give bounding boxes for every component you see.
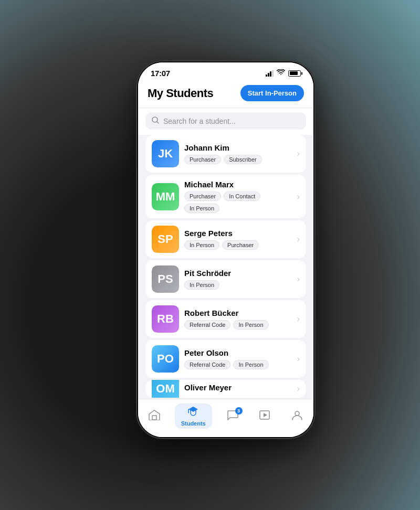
tab-bar: Students 3 [138, 399, 313, 437]
messages-badge-wrapper: 3 [227, 410, 238, 423]
play-icon [259, 410, 270, 423]
svg-marker-3 [264, 413, 267, 417]
chevron-icon-7: › [297, 384, 300, 394]
student-info-2: Michael Marx Purchaser In Contact In Per… [184, 180, 292, 213]
status-bar: 17:07 [138, 62, 313, 81]
status-time: 17:07 [151, 69, 170, 78]
student-avatar-1: JK [152, 140, 179, 167]
avatar-initials-1: JK [152, 140, 179, 167]
wifi-icon [277, 69, 285, 77]
student-card-4[interactable]: PS Pit Schröder In Person › [145, 260, 306, 298]
student-name-5: Robert Bücker [184, 309, 292, 317]
student-tags-4: In Person [184, 280, 292, 290]
chevron-icon-3: › [297, 235, 300, 244]
student-card-7[interactable]: OM Oliver Meyer › [145, 380, 306, 398]
tab-play[interactable] [253, 408, 277, 425]
tab-messages[interactable]: 3 [220, 408, 245, 425]
chevron-icon-2: › [297, 192, 300, 201]
student-card-3[interactable]: SP Serge Peters In Person Purchaser › [145, 220, 306, 258]
student-tags-3: In Person Purchaser [184, 240, 292, 250]
messages-badge-count: 3 [235, 407, 243, 415]
tag-inperson-6: In Person [233, 360, 268, 369]
app-title: My Students [148, 87, 213, 100]
student-card-2[interactable]: MM Michael Marx Purchaser In Contact In … [145, 175, 306, 218]
students-icon [187, 406, 199, 419]
avatar-initials-7: OM [152, 380, 179, 398]
chevron-icon-6: › [297, 354, 300, 364]
student-avatar-2: MM [152, 183, 179, 210]
status-icons [266, 69, 301, 77]
student-name-7: Oliver Meyer [184, 383, 292, 392]
avatar-initials-3: SP [152, 226, 179, 253]
student-avatar-3: SP [152, 226, 179, 253]
tab-profile[interactable] [285, 408, 309, 425]
phone-wrapper: 17:07 [136, 61, 315, 439]
tag-purchaser-2: Purchaser [184, 192, 221, 201]
home-icon [149, 410, 160, 423]
student-info-1: Johann Kim Purchaser Subscriber [184, 143, 292, 164]
battery-icon [288, 70, 301, 77]
tab-students-label: Students [181, 420, 206, 427]
student-card-5[interactable]: RB Robert Bücker Referral Code In Person… [145, 300, 306, 338]
student-tags-1: Purchaser Subscriber [184, 155, 292, 164]
student-card-1[interactable]: JK Johann Kim Purchaser Subscriber › [145, 135, 306, 173]
search-bar[interactable]: Search for a student... [145, 112, 306, 130]
tag-inperson-4: In Person [184, 280, 219, 290]
student-name-4: Pit Schröder [184, 269, 292, 278]
svg-point-4 [295, 411, 299, 416]
search-icon [152, 116, 159, 125]
student-name-3: Serge Peters [184, 229, 292, 238]
profile-icon [291, 410, 303, 423]
student-info-5: Robert Bücker Referral Code In Person [184, 309, 292, 330]
svg-rect-1 [152, 416, 156, 420]
student-info-4: Pit Schröder In Person [184, 269, 292, 290]
tag-subscriber: Subscriber [224, 155, 262, 164]
student-avatar-7: OM [152, 380, 179, 398]
start-inperson-button[interactable]: Start In-Person [240, 85, 304, 101]
student-avatar-4: PS [152, 265, 179, 293]
search-placeholder-text: Search for a student... [163, 117, 236, 125]
app-header: My Students Start In-Person [138, 81, 313, 108]
student-tags-2: Purchaser In Contact In Person [184, 192, 292, 213]
tag-referralcode-6: Referral Code [184, 360, 230, 369]
avatar-initials-6: PO [152, 345, 179, 373]
tag-referralcode-5: Referral Code [184, 320, 230, 330]
chevron-icon-1: › [297, 149, 300, 158]
tag-purchaser: Purchaser [184, 155, 221, 164]
chevron-icon-4: › [297, 274, 300, 284]
avatar-initials-2: MM [152, 183, 179, 210]
avatar-initials-5: RB [152, 305, 179, 333]
student-tags-6: Referral Code In Person [184, 360, 292, 369]
tag-inperson-5: In Person [233, 320, 268, 330]
student-info-3: Serge Peters In Person Purchaser [184, 229, 292, 250]
students-list: JK Johann Kim Purchaser Subscriber › MM [138, 135, 313, 399]
chevron-icon-5: › [297, 314, 300, 324]
student-name-2: Michael Marx [184, 180, 292, 189]
tag-purchaser-3: Purchaser [222, 240, 259, 250]
student-card-6[interactable]: PO Peter Olson Referral Code In Person › [145, 340, 306, 378]
phone-screen: 17:07 [138, 62, 313, 437]
tag-incontact: In Contact [224, 192, 260, 201]
student-tags-5: Referral Code In Person [184, 320, 292, 330]
tag-inperson-3: In Person [184, 240, 219, 250]
student-info-7: Oliver Meyer [184, 383, 292, 395]
search-container: Search for a student... [138, 108, 313, 135]
tab-students[interactable]: Students [175, 403, 212, 429]
student-info-6: Peter Olson Referral Code In Person [184, 348, 292, 369]
avatar-initials-4: PS [152, 265, 179, 293]
student-name-1: Johann Kim [184, 143, 292, 152]
student-avatar-6: PO [152, 345, 179, 373]
student-name-6: Peter Olson [184, 348, 292, 357]
tab-home[interactable] [142, 408, 166, 425]
phone-device: 17:07 [136, 61, 315, 439]
tag-inperson-2: In Person [184, 204, 219, 213]
student-avatar-5: RB [152, 305, 179, 333]
signal-icon [266, 70, 274, 77]
